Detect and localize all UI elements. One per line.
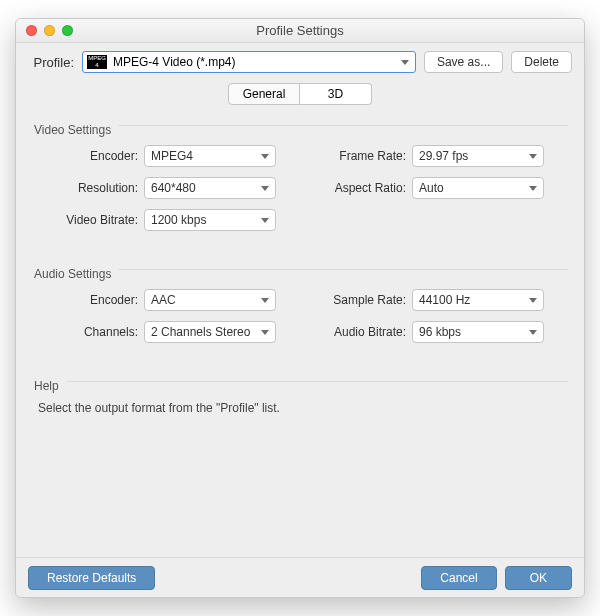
panel: Video Settings Encoder: MPEG4 Frame Rate… [16,119,584,557]
resolution-label: Resolution: [32,181,144,195]
channels-select[interactable]: 2 Channels Stereo [144,321,276,343]
audio-encoder-select[interactable]: AAC [144,289,276,311]
help-text: Select the output format from the "Profi… [38,401,568,415]
profile-select[interactable]: MPEG4 MPEG-4 Video (*.mp4) [82,51,416,73]
sample-rate-label: Sample Rate: [300,293,412,307]
audio-encoder-label: Encoder: [32,293,144,307]
chevron-down-icon [529,186,537,191]
chevron-down-icon [261,298,269,303]
window-controls [26,25,73,36]
tab-3d[interactable]: 3D [300,83,372,105]
chevron-down-icon [261,218,269,223]
audio-settings-header: Audio Settings [34,267,568,281]
bottom-bar: Restore Defaults Cancel OK [16,557,584,597]
titlebar: Profile Settings [16,19,584,43]
resolution-select[interactable]: 640*480 [144,177,276,199]
mpeg4-badge-icon: MPEG4 [87,55,107,69]
video-bitrate-label: Video Bitrate: [32,213,144,227]
restore-defaults-button[interactable]: Restore Defaults [28,566,155,590]
chevron-down-icon [529,154,537,159]
chevron-down-icon [261,330,269,335]
tab-general[interactable]: General [228,83,300,105]
save-as-button[interactable]: Save as... [424,51,503,73]
window-title: Profile Settings [16,23,584,38]
video-bitrate-select[interactable]: 1200 kbps [144,209,276,231]
ok-button[interactable]: OK [505,566,572,590]
frame-rate-label: Frame Rate: [300,149,412,163]
profile-row: Profile: MPEG4 MPEG-4 Video (*.mp4) Save… [16,43,584,77]
sample-rate-select[interactable]: 44100 Hz [412,289,544,311]
help-header: Help [34,379,568,393]
divider [119,125,568,126]
tab-bar: General 3D [16,83,584,105]
audio-bitrate-label: Audio Bitrate: [300,325,412,339]
chevron-down-icon [529,330,537,335]
chevron-down-icon [261,154,269,159]
video-encoder-label: Encoder: [32,149,144,163]
profile-settings-window: Profile Settings Profile: MPEG4 MPEG-4 V… [15,18,585,598]
delete-button[interactable]: Delete [511,51,572,73]
audio-bitrate-select[interactable]: 96 kbps [412,321,544,343]
frame-rate-select[interactable]: 29.97 fps [412,145,544,167]
chevron-down-icon [529,298,537,303]
aspect-ratio-select[interactable]: Auto [412,177,544,199]
cancel-button[interactable]: Cancel [421,566,496,590]
channels-label: Channels: [32,325,144,339]
minimize-icon[interactable] [44,25,55,36]
video-settings-title: Video Settings [34,123,111,137]
chevron-down-icon [261,186,269,191]
zoom-icon[interactable] [62,25,73,36]
video-encoder-select[interactable]: MPEG4 [144,145,276,167]
chevron-down-icon [401,60,409,65]
divider [119,269,568,270]
profile-value: MPEG-4 Video (*.mp4) [113,55,236,69]
video-settings-header: Video Settings [34,123,568,137]
divider [67,381,568,382]
audio-settings-title: Audio Settings [34,267,111,281]
help-title: Help [34,379,59,393]
close-icon[interactable] [26,25,37,36]
aspect-ratio-label: Aspect Ratio: [300,181,412,195]
profile-label: Profile: [28,55,74,70]
